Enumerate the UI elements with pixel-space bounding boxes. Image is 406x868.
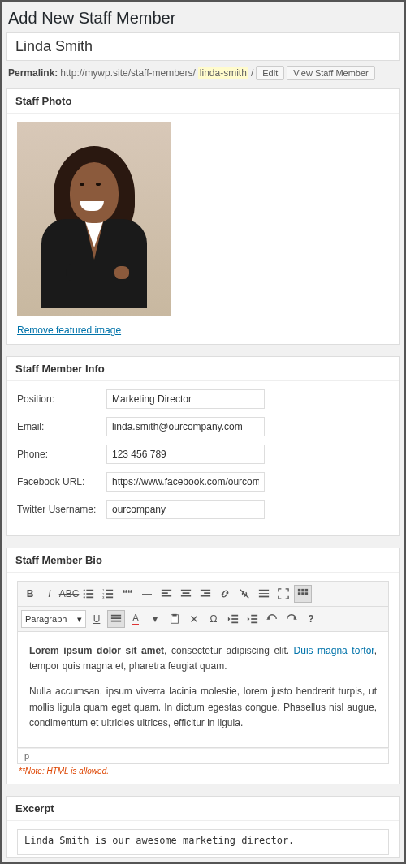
staff-info-heading: Staff Member Info <box>7 357 399 381</box>
editor-toolbar-row2: Paragraph▾ U A ▾ Ω ? <box>17 607 389 632</box>
strikethrough-icon[interactable]: ABC <box>60 585 78 603</box>
bio-p1-strong: Lorem ipsum dolor sit amet <box>29 645 164 656</box>
svg-rect-7 <box>106 590 113 591</box>
svg-rect-27 <box>298 592 301 595</box>
svg-rect-1 <box>86 590 93 591</box>
svg-rect-30 <box>111 615 121 617</box>
svg-rect-22 <box>259 593 269 594</box>
fullscreen-icon[interactable] <box>274 585 292 603</box>
permalink-slug: linda-smith <box>198 67 248 79</box>
phone-label: Phone: <box>17 449 106 460</box>
text-color-icon[interactable]: A <box>127 610 145 628</box>
blockquote-icon[interactable]: ““ <box>119 585 136 603</box>
facebook-label: Facebook URL: <box>17 476 106 488</box>
align-justify-icon[interactable] <box>107 610 125 628</box>
align-right-icon[interactable] <box>197 585 214 603</box>
excerpt-textarea[interactable]: Linda Smith is our awesome marketing dir… <box>17 829 389 855</box>
svg-point-0 <box>84 590 85 591</box>
bio-editor[interactable]: Lorem ipsum dolor sit amet, consectetur … <box>17 632 389 748</box>
staff-photo-heading: Staff Photo <box>7 89 399 114</box>
position-label: Position: <box>17 393 106 405</box>
svg-rect-12 <box>162 590 171 591</box>
svg-rect-35 <box>231 615 238 617</box>
svg-rect-18 <box>201 590 210 591</box>
twitter-input[interactable] <box>106 500 265 519</box>
svg-rect-34 <box>172 614 176 617</box>
align-center-icon[interactable] <box>177 585 195 603</box>
paste-text-icon[interactable] <box>166 610 184 628</box>
undo-icon[interactable] <box>263 610 281 628</box>
svg-rect-40 <box>251 622 257 624</box>
svg-rect-36 <box>231 618 238 620</box>
email-input[interactable] <box>106 417 265 436</box>
svg-text:3: 3 <box>102 595 105 599</box>
staff-photo-panel: Staff Photo Remove featured image <box>6 88 400 345</box>
chevron-down-icon: ▾ <box>77 614 82 625</box>
position-input[interactable] <box>106 389 265 409</box>
italic-icon[interactable]: I <box>41 585 58 603</box>
svg-rect-19 <box>204 592 210 594</box>
staff-bio-panel: Staff Member Bio B I ABC 123 ““ — Par <box>6 548 400 784</box>
permalink-row: Permalink: http://mywp.site/staff-member… <box>6 64 400 88</box>
outdent-icon[interactable] <box>224 610 242 628</box>
staff-info-panel: Staff Member Info Position: Email: Phone… <box>6 356 400 536</box>
hr-icon[interactable]: — <box>138 585 156 603</box>
permalink-base: http://mywp.site/staff-members/ <box>60 67 196 79</box>
email-label: Email: <box>17 421 106 432</box>
editor-toolbar-row1: B I ABC 123 ““ — <box>17 581 389 607</box>
align-left-icon[interactable] <box>158 585 175 603</box>
svg-point-2 <box>84 593 85 595</box>
svg-rect-25 <box>301 589 304 592</box>
bio-p2: Nulla accumsan, ipsum viverra lacinia mo… <box>29 684 377 731</box>
bio-note: **Note: HTML is allowed. <box>17 764 389 776</box>
bullet-list-icon[interactable] <box>80 585 97 603</box>
svg-rect-3 <box>86 593 93 595</box>
excerpt-panel: Excerpt Linda Smith is our awesome marke… <box>6 796 400 858</box>
format-dropdown[interactable]: Paragraph▾ <box>21 610 86 628</box>
svg-rect-20 <box>201 595 210 597</box>
page-title: Add New Staff Member <box>6 6 400 32</box>
featured-image[interactable] <box>17 122 171 316</box>
bold-icon[interactable]: B <box>21 585 39 603</box>
svg-rect-21 <box>259 590 269 591</box>
svg-rect-15 <box>181 590 191 591</box>
staff-bio-heading: Staff Member Bio <box>7 548 399 573</box>
edit-permalink-button[interactable]: Edit <box>256 66 284 80</box>
special-char-icon[interactable]: Ω <box>205 610 222 628</box>
view-staff-button[interactable]: View Staff Member <box>287 66 375 80</box>
svg-rect-14 <box>162 595 171 597</box>
svg-rect-24 <box>298 589 301 592</box>
facebook-input[interactable] <box>106 472 265 492</box>
help-icon[interactable]: ? <box>302 610 320 628</box>
remove-featured-image-link[interactable]: Remove featured image <box>17 324 121 336</box>
svg-rect-16 <box>183 592 190 594</box>
toolbar-toggle-icon[interactable] <box>294 585 312 603</box>
svg-rect-39 <box>251 618 257 620</box>
unlink-icon[interactable] <box>235 585 253 603</box>
editor-path: p <box>17 748 389 764</box>
phone-input[interactable] <box>106 445 265 464</box>
numbered-list-icon[interactable]: 123 <box>99 585 117 603</box>
svg-rect-5 <box>86 597 93 599</box>
svg-rect-32 <box>111 621 121 622</box>
svg-rect-38 <box>251 615 257 617</box>
svg-rect-31 <box>111 617 121 619</box>
clear-format-icon[interactable] <box>185 610 203 628</box>
excerpt-heading: Excerpt <box>7 797 399 821</box>
svg-rect-29 <box>305 592 309 595</box>
svg-rect-37 <box>231 622 238 624</box>
permalink-trail: / <box>251 67 253 79</box>
link-icon[interactable] <box>216 585 234 603</box>
svg-rect-13 <box>162 592 168 594</box>
redo-icon[interactable] <box>283 610 300 628</box>
svg-rect-26 <box>305 589 309 592</box>
svg-rect-17 <box>181 595 191 597</box>
indent-icon[interactable] <box>244 610 261 628</box>
color-dropdown-icon[interactable]: ▾ <box>146 610 164 628</box>
insert-more-icon[interactable] <box>255 585 273 603</box>
permalink-label: Permalink: <box>8 67 58 79</box>
svg-rect-28 <box>301 592 304 595</box>
underline-icon[interactable]: U <box>88 610 106 628</box>
post-title-input[interactable]: Linda Smith <box>6 32 400 61</box>
bio-link[interactable]: Duis magna tortor <box>294 645 374 656</box>
